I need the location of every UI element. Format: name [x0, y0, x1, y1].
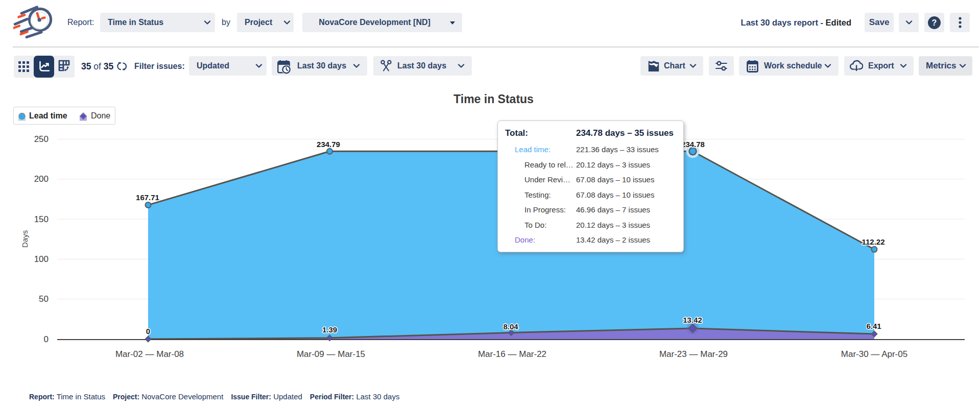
svg-text:0: 0	[44, 334, 49, 344]
svg-text:234.79: 234.79	[317, 140, 340, 149]
svg-text:167.71: 167.71	[136, 193, 159, 202]
svg-text:Mar-02 — Mar-08: Mar-02 — Mar-08	[115, 349, 184, 359]
svg-text:0: 0	[146, 327, 150, 335]
svg-text:Mar-09 — Mar-15: Mar-09 — Mar-15	[297, 349, 365, 359]
svg-text:?: ?	[932, 18, 937, 27]
svg-text:150: 150	[34, 214, 49, 224]
svg-text:1.39: 1.39	[322, 325, 337, 334]
svg-text:6.41: 6.41	[866, 322, 881, 330]
svg-text:50: 50	[39, 294, 49, 304]
svg-text:100: 100	[34, 254, 49, 264]
svg-text:112.22: 112.22	[862, 237, 885, 246]
svg-text:Mar-30 — Apr-05: Mar-30 — Apr-05	[841, 349, 907, 359]
svg-text:Mar-23 — Mar-29: Mar-23 — Mar-29	[659, 349, 728, 359]
svg-text:Days: Days	[20, 230, 29, 248]
svg-text:13.42: 13.42	[683, 316, 702, 324]
svg-text:8.04: 8.04	[503, 322, 518, 331]
svg-text:250: 250	[34, 134, 49, 144]
svg-text:200: 200	[34, 174, 49, 184]
svg-text:Mar-16 — Mar-22: Mar-16 — Mar-22	[478, 349, 546, 359]
svg-text:234.78: 234.78	[681, 140, 705, 149]
